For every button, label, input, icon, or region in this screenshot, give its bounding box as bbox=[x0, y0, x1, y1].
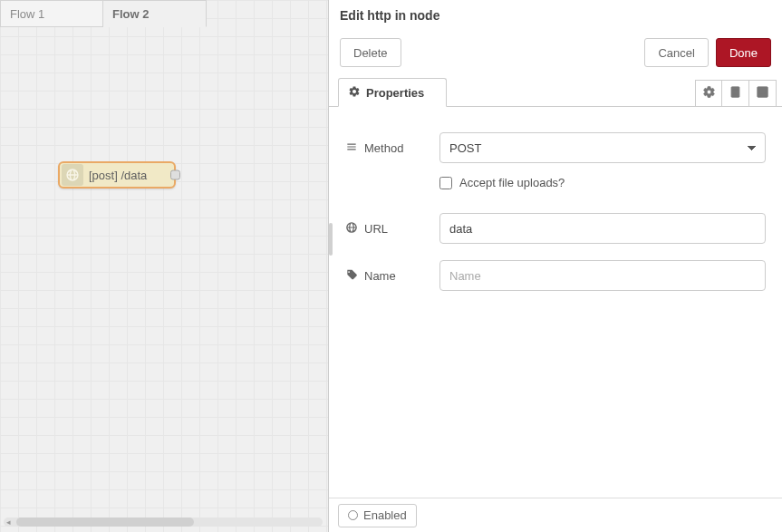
cancel-button[interactable]: Cancel bbox=[644, 38, 708, 67]
cancel-button-label: Cancel bbox=[658, 46, 694, 60]
document-icon bbox=[729, 85, 742, 102]
method-select[interactable]: GETPOSTPUTDELETEPATCH bbox=[439, 132, 766, 163]
flow-tab-2-label: Flow 2 bbox=[112, 7, 149, 21]
tab-properties-label: Properties bbox=[366, 86, 424, 100]
enabled-toggle-label: Enabled bbox=[363, 508, 407, 522]
list-icon bbox=[345, 140, 358, 156]
node-label: [post] /data bbox=[89, 169, 147, 182]
url-label-text: URL bbox=[364, 222, 388, 236]
flow-tab-1[interactable]: Flow 1 bbox=[0, 0, 103, 27]
panel-tabbar: Properties bbox=[329, 78, 782, 107]
panel-title: Edit http in node bbox=[329, 0, 782, 31]
node-output-port[interactable] bbox=[170, 170, 180, 180]
scroll-left-icon[interactable]: ◂ bbox=[4, 517, 13, 527]
workspace-horizontal-scrollbar[interactable]: ◂ bbox=[4, 517, 323, 527]
globe-icon bbox=[62, 164, 83, 186]
tag-icon bbox=[345, 268, 358, 284]
appearance-icon-button[interactable] bbox=[749, 80, 777, 107]
properties-form: Method GETPOSTPUTDELETEPATCH Accept file… bbox=[329, 107, 782, 498]
layout-icon bbox=[756, 85, 769, 102]
circle-icon bbox=[348, 510, 358, 520]
name-label: Name bbox=[345, 268, 439, 284]
panel-title-text: Edit http in node bbox=[340, 8, 439, 23]
edit-panel: Edit http in node Delete Cancel Done Pro… bbox=[329, 0, 782, 532]
svg-rect-5 bbox=[759, 91, 765, 94]
flow-tab-2[interactable]: Flow 2 bbox=[103, 0, 207, 27]
panel-footer: Enabled bbox=[329, 498, 782, 532]
flow-tab-1-label: Flow 1 bbox=[10, 7, 44, 21]
delete-button-label: Delete bbox=[353, 46, 388, 60]
workspace-canvas[interactable]: Flow 1 Flow 2 [post] /data ◂ bbox=[0, 0, 329, 532]
method-label-text: Method bbox=[364, 141, 403, 155]
form-scroll-gutter[interactable] bbox=[329, 223, 333, 256]
url-input[interactable] bbox=[439, 213, 766, 244]
globe-icon bbox=[345, 221, 358, 237]
name-label-text: Name bbox=[364, 269, 396, 283]
enabled-toggle[interactable]: Enabled bbox=[338, 504, 417, 527]
accept-file-uploads-label[interactable]: Accept file uploads? bbox=[459, 176, 565, 189]
gear-icon bbox=[348, 85, 361, 101]
panel-actions: Delete Cancel Done bbox=[329, 31, 782, 78]
http-in-node[interactable]: [post] /data bbox=[58, 161, 176, 189]
delete-button[interactable]: Delete bbox=[340, 38, 401, 67]
done-button-label: Done bbox=[729, 46, 758, 60]
workspace-dim-overlay bbox=[0, 0, 328, 532]
name-input[interactable] bbox=[439, 260, 766, 291]
accept-file-uploads-checkbox[interactable] bbox=[439, 177, 452, 189]
scrollbar-thumb[interactable] bbox=[16, 517, 194, 527]
url-label: URL bbox=[345, 221, 439, 237]
gear-icon bbox=[702, 85, 716, 102]
workspace-tabs: Flow 1 Flow 2 bbox=[0, 0, 207, 27]
tab-properties[interactable]: Properties bbox=[338, 78, 447, 107]
method-label: Method bbox=[345, 140, 439, 156]
settings-icon-button[interactable] bbox=[695, 80, 722, 107]
docs-icon-button[interactable] bbox=[722, 80, 749, 107]
done-button[interactable]: Done bbox=[716, 38, 771, 67]
